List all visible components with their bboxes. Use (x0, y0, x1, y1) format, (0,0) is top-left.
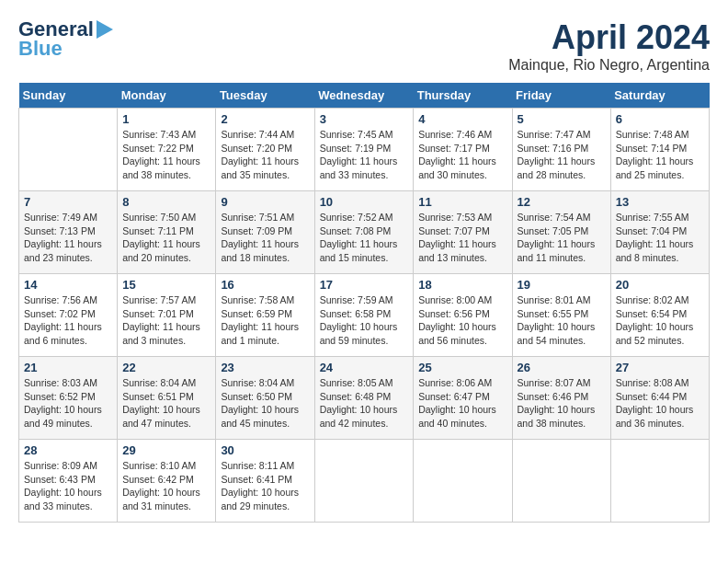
calendar-cell: 30Sunrise: 8:11 AM Sunset: 6:41 PM Dayli… (216, 440, 314, 523)
day-number: 5 (518, 112, 606, 126)
day-info: Sunrise: 7:55 AM Sunset: 7:04 PM Dayligh… (616, 211, 704, 265)
day-number: 10 (320, 195, 409, 209)
day-info: Sunrise: 7:53 AM Sunset: 7:07 PM Dayligh… (418, 211, 506, 265)
day-info: Sunrise: 8:04 AM Sunset: 6:50 PM Dayligh… (221, 376, 309, 431)
calendar-week-row: 1Sunrise: 7:43 AM Sunset: 7:22 PM Daylig… (19, 109, 710, 191)
day-number: 16 (221, 278, 309, 292)
day-number: 17 (320, 278, 409, 292)
calendar-cell: 3Sunrise: 7:45 AM Sunset: 7:19 PM Daylig… (314, 109, 414, 191)
calendar-header-row: SundayMondayTuesdayWednesdayThursdayFrid… (19, 83, 710, 109)
day-of-week-header: Wednesday (314, 83, 414, 109)
day-info: Sunrise: 7:52 AM Sunset: 7:08 PM Dayligh… (320, 211, 409, 265)
day-number: 25 (418, 361, 506, 374)
calendar-cell: 19Sunrise: 8:01 AM Sunset: 6:55 PM Dayli… (512, 274, 610, 357)
day-info: Sunrise: 8:05 AM Sunset: 6:48 PM Dayligh… (320, 376, 409, 431)
calendar-cell: 13Sunrise: 7:55 AM Sunset: 7:04 PM Dayli… (610, 191, 709, 274)
calendar-cell: 9Sunrise: 7:51 AM Sunset: 7:09 PM Daylig… (216, 191, 314, 274)
day-number: 3 (320, 112, 409, 126)
day-number: 30 (221, 443, 309, 457)
day-number: 21 (24, 361, 112, 374)
calendar-cell: 28Sunrise: 8:09 AM Sunset: 6:43 PM Dayli… (19, 440, 118, 523)
day-info: Sunrise: 8:11 AM Sunset: 6:41 PM Dayligh… (221, 459, 309, 513)
day-number: 8 (122, 195, 210, 209)
calendar-week-row: 21Sunrise: 8:03 AM Sunset: 6:52 PM Dayli… (19, 357, 710, 440)
calendar-cell: 5Sunrise: 7:47 AM Sunset: 7:16 PM Daylig… (512, 109, 610, 191)
day-info: Sunrise: 8:00 AM Sunset: 6:56 PM Dayligh… (418, 293, 506, 348)
day-of-week-header: Friday (512, 83, 610, 109)
calendar-cell: 7Sunrise: 7:49 AM Sunset: 7:13 PM Daylig… (19, 191, 118, 274)
calendar-subtitle: Mainque, Rio Negro, Argentina (508, 57, 710, 74)
day-info: Sunrise: 7:49 AM Sunset: 7:13 PM Dayligh… (24, 211, 112, 265)
day-info: Sunrise: 7:59 AM Sunset: 6:58 PM Dayligh… (320, 293, 409, 348)
day-info: Sunrise: 7:51 AM Sunset: 7:09 PM Dayligh… (221, 211, 309, 265)
day-number: 24 (320, 361, 409, 374)
calendar-cell: 14Sunrise: 7:56 AM Sunset: 7:02 PM Dayli… (19, 274, 118, 357)
day-number: 9 (221, 195, 309, 209)
day-number: 15 (122, 278, 210, 292)
day-number: 6 (616, 112, 704, 126)
calendar-cell: 12Sunrise: 7:54 AM Sunset: 7:05 PM Dayli… (512, 191, 610, 274)
day-number: 4 (418, 112, 506, 126)
calendar-cell (610, 440, 709, 523)
day-of-week-header: Tuesday (216, 83, 314, 109)
day-number: 26 (518, 361, 606, 374)
calendar-cell: 10Sunrise: 7:52 AM Sunset: 7:08 PM Dayli… (314, 191, 414, 274)
day-info: Sunrise: 8:02 AM Sunset: 6:54 PM Dayligh… (616, 293, 704, 348)
day-number: 20 (616, 278, 704, 292)
day-number: 19 (518, 278, 606, 292)
day-info: Sunrise: 7:54 AM Sunset: 7:05 PM Dayligh… (518, 211, 606, 265)
day-number: 27 (616, 361, 704, 374)
day-of-week-header: Thursday (414, 83, 512, 109)
calendar-cell: 4Sunrise: 7:46 AM Sunset: 7:17 PM Daylig… (414, 109, 512, 191)
calendar-cell (314, 440, 414, 523)
calendar-cell: 22Sunrise: 8:04 AM Sunset: 6:51 PM Dayli… (118, 357, 216, 440)
day-info: Sunrise: 7:43 AM Sunset: 7:22 PM Dayligh… (122, 128, 210, 182)
day-info: Sunrise: 8:04 AM Sunset: 6:51 PM Dayligh… (122, 376, 210, 431)
day-number: 14 (24, 278, 112, 292)
day-info: Sunrise: 7:46 AM Sunset: 7:17 PM Dayligh… (418, 128, 506, 182)
calendar-cell: 23Sunrise: 8:04 AM Sunset: 6:50 PM Dayli… (216, 357, 314, 440)
logo-blue: Blue (18, 37, 63, 61)
day-number: 13 (616, 195, 704, 209)
calendar-cell: 8Sunrise: 7:50 AM Sunset: 7:11 PM Daylig… (118, 191, 216, 274)
day-info: Sunrise: 7:45 AM Sunset: 7:19 PM Dayligh… (320, 128, 409, 182)
day-info: Sunrise: 8:07 AM Sunset: 6:46 PM Dayligh… (518, 376, 606, 431)
day-info: Sunrise: 8:09 AM Sunset: 6:43 PM Dayligh… (24, 459, 112, 513)
day-number: 18 (418, 278, 506, 292)
day-number: 2 (221, 112, 309, 126)
calendar-title: April 2024 (508, 18, 710, 57)
day-number: 28 (24, 443, 112, 457)
calendar-cell: 6Sunrise: 7:48 AM Sunset: 7:14 PM Daylig… (610, 109, 709, 191)
day-info: Sunrise: 8:01 AM Sunset: 6:55 PM Dayligh… (518, 293, 606, 348)
calendar-cell: 1Sunrise: 7:43 AM Sunset: 7:22 PM Daylig… (118, 109, 216, 191)
day-number: 1 (122, 112, 210, 126)
day-info: Sunrise: 7:50 AM Sunset: 7:11 PM Dayligh… (122, 211, 210, 265)
day-info: Sunrise: 7:47 AM Sunset: 7:16 PM Dayligh… (518, 128, 606, 182)
day-number: 23 (221, 361, 309, 374)
day-info: Sunrise: 7:58 AM Sunset: 6:59 PM Dayligh… (221, 293, 309, 348)
day-info: Sunrise: 8:10 AM Sunset: 6:42 PM Dayligh… (122, 459, 210, 513)
day-info: Sunrise: 8:08 AM Sunset: 6:44 PM Dayligh… (616, 376, 704, 431)
calendar-cell: 16Sunrise: 7:58 AM Sunset: 6:59 PM Dayli… (216, 274, 314, 357)
calendar-cell (19, 109, 118, 191)
calendar-cell: 17Sunrise: 7:59 AM Sunset: 6:58 PM Dayli… (314, 274, 414, 357)
day-number: 22 (122, 361, 210, 374)
calendar-cell: 21Sunrise: 8:03 AM Sunset: 6:52 PM Dayli… (19, 357, 118, 440)
logo: General Blue (18, 18, 113, 61)
day-of-week-header: Saturday (610, 83, 709, 109)
calendar-cell (414, 440, 512, 523)
day-number: 7 (24, 195, 112, 209)
calendar-week-row: 28Sunrise: 8:09 AM Sunset: 6:43 PM Dayli… (19, 440, 710, 523)
calendar-cell: 25Sunrise: 8:06 AM Sunset: 6:47 PM Dayli… (414, 357, 512, 440)
day-of-week-header: Monday (118, 83, 216, 109)
day-number: 12 (518, 195, 606, 209)
day-info: Sunrise: 7:57 AM Sunset: 7:01 PM Dayligh… (122, 293, 210, 348)
calendar-cell (512, 440, 610, 523)
calendar-week-row: 7Sunrise: 7:49 AM Sunset: 7:13 PM Daylig… (19, 191, 710, 274)
calendar-cell: 2Sunrise: 7:44 AM Sunset: 7:20 PM Daylig… (216, 109, 314, 191)
day-number: 29 (122, 443, 210, 457)
day-number: 11 (418, 195, 506, 209)
calendar-cell: 27Sunrise: 8:08 AM Sunset: 6:44 PM Dayli… (610, 357, 709, 440)
day-info: Sunrise: 7:48 AM Sunset: 7:14 PM Dayligh… (616, 128, 704, 182)
calendar-cell: 11Sunrise: 7:53 AM Sunset: 7:07 PM Dayli… (414, 191, 512, 274)
